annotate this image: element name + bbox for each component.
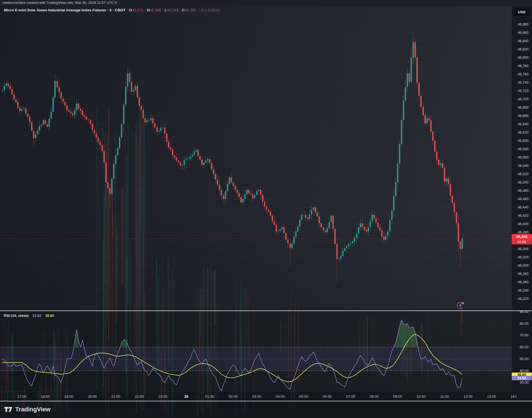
price-axis-label: 46,440	[518, 205, 529, 210]
time-axis-label: 17:00	[17, 394, 27, 399]
price-axis[interactable]: 46,88046,86046,84046,82046,80046,78046,7…	[511, 6, 532, 391]
rsi-title[interactable]: RSI	[4, 314, 10, 318]
symbol-title[interactable]: Micro E-mini Dow Jones Industrial Averag…	[4, 8, 126, 12]
time-axis-label: 03:00	[252, 394, 261, 399]
time-axis-label: 18:00	[41, 394, 50, 399]
price-axis-label: 46,340	[518, 247, 529, 251]
rsi-value: 33.82	[32, 314, 42, 318]
tradingview-wordmark: TradingView	[15, 406, 50, 413]
price-axis-label: 46,860	[518, 30, 529, 35]
close-value: 46,365	[185, 8, 196, 12]
price-axis-label: 46,260	[518, 280, 529, 284]
price-axis-label: 46,480	[518, 188, 529, 193]
price-axis-label: 46,780	[518, 64, 529, 68]
price-axis-label: 46,840	[518, 39, 529, 43]
rsi-axis-label: 70.00	[520, 333, 529, 338]
price-axis-label: 46,320	[518, 255, 529, 259]
boost-lightning-icon[interactable]	[456, 301, 465, 310]
time-axis[interactable]: 17:0018:0019:0020:0021:0022:0023:002601:…	[0, 391, 516, 401]
price-axis-label: 46,500	[518, 180, 529, 185]
price-axis-label: 46,520	[518, 172, 529, 176]
symbol-legend[interactable]: Micro E-mini Dow Jones Industrial Averag…	[4, 8, 220, 12]
tradingview-chart-window: mediocreclient created with TradingView.…	[0, 0, 532, 418]
low-value: 46,345	[167, 8, 178, 12]
low-label: L	[165, 8, 167, 12]
price-axis-label: 46,740	[518, 80, 529, 85]
time-axis-label: 26	[184, 394, 188, 399]
time-axis-label: 22:00	[135, 394, 144, 399]
candles	[2, 32, 463, 281]
price-axis-label: 46,820	[518, 47, 529, 52]
change-value: −4 (−0.01%)	[199, 8, 220, 12]
high-label: H	[147, 8, 150, 12]
high-value: 46,386	[150, 8, 161, 12]
price-axis-label: 46,660	[518, 114, 529, 118]
time-axis-label: 23:00	[158, 394, 167, 399]
rsi-axis-label: 80.00	[520, 322, 529, 326]
tradingview-logo[interactable]: TradingView	[4, 406, 50, 413]
time-axis-label: 10:00	[417, 394, 426, 399]
price-axis-label: 46,680	[518, 105, 529, 110]
price-axis-label: 46,700	[518, 97, 529, 101]
tradingview-logo-icon	[4, 406, 13, 413]
price-axis-label: 46,420	[518, 213, 529, 218]
open-value: 46,371	[132, 8, 143, 12]
rsi-legend[interactable]: RSI (14, close) 33.82 36.60	[4, 314, 54, 318]
price-axis-label: 46,640	[518, 122, 529, 126]
current-price-marker: 46,365 02:03	[512, 234, 532, 244]
attribution-text: mediocreclient created with TradingView.…	[3, 1, 117, 5]
current-price-value: 46,365	[512, 234, 532, 239]
time-axis-label: 06:00	[323, 394, 332, 399]
time-axis-label: 12:00	[464, 394, 473, 399]
rsi-axis-label: 30.00	[520, 380, 529, 385]
time-axis-label: 19:00	[64, 394, 73, 399]
price-axis-label: 46,400	[518, 222, 529, 226]
rsi-axis-label: 60.00	[520, 345, 529, 350]
time-axis-label: 21:00	[111, 394, 121, 399]
currency-chip[interactable]: USD	[515, 9, 529, 16]
rsi-indicator-chart[interactable]	[0, 311, 511, 391]
price-axis-label: 46,760	[518, 72, 529, 77]
price-axis-label: 46,720	[518, 89, 529, 93]
rsi-value-marker: 33.82	[512, 376, 532, 380]
time-axis-label: 09:00	[393, 394, 402, 399]
rsi-axis-label: 50.00	[520, 357, 529, 361]
time-axis-label: 01:00	[205, 394, 214, 399]
price-axis-label: 46,620	[518, 130, 529, 135]
time-axis-label: 02:00	[229, 394, 238, 399]
time-axis-label: 07:00	[346, 394, 355, 399]
open-label: O	[129, 8, 132, 12]
price-axis-label: 46,580	[518, 147, 529, 151]
price-axis-label: 46,880	[518, 22, 529, 27]
footer-separator	[0, 401, 532, 401]
close-label: C	[182, 8, 185, 12]
time-axis-label: 04:00	[276, 394, 285, 399]
price-axis-label: 46,220	[518, 297, 529, 301]
bar-countdown: 02:03	[512, 239, 532, 244]
price-axis-label: 46,540	[518, 164, 529, 168]
time-axis-label: 14:00	[510, 394, 516, 399]
time-axis-label: 08:00	[370, 394, 379, 399]
price-axis-label: 46,600	[518, 139, 529, 143]
rsi-ma-value: 36.60	[45, 314, 54, 318]
price-axis-label: 46,460	[518, 197, 529, 201]
price-axis-label: 46,280	[518, 272, 529, 276]
time-axis-label: 05:00	[299, 394, 308, 399]
price-axis-label: 46,240	[518, 288, 529, 293]
candlestick-chart[interactable]	[0, 14, 511, 310]
time-axis-label: 13:00	[487, 394, 496, 399]
price-axis-label: 46,800	[518, 55, 529, 60]
price-axis-label: 46,560	[518, 155, 529, 160]
price-axis-label: 46,300	[518, 263, 529, 268]
pane-separator[interactable]	[0, 310, 532, 311]
time-axis-label: 20:00	[88, 394, 97, 399]
time-axis-label: 11:00	[440, 394, 449, 399]
rsi-params: (14, close)	[11, 314, 29, 318]
